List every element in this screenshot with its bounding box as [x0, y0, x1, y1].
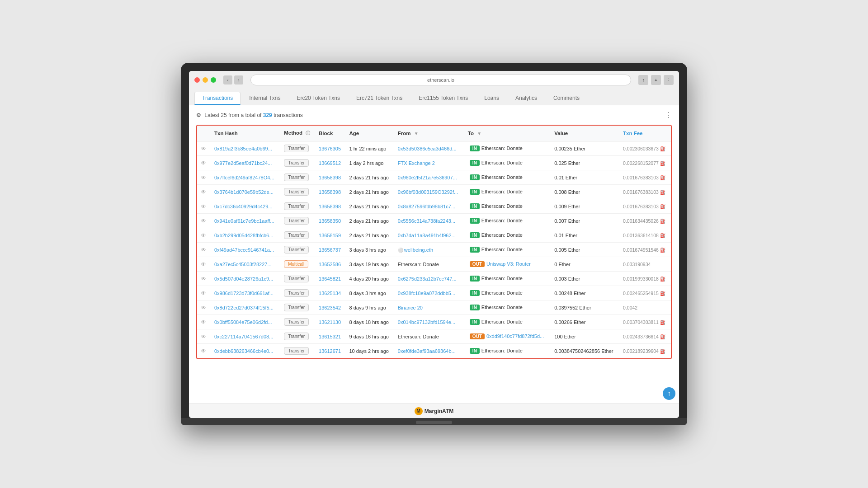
block-link[interactable]: 13658398: [319, 204, 341, 209]
block-link[interactable]: 13676305: [319, 146, 341, 151]
age-cell: 8 days 18 hrs ago: [345, 315, 394, 329]
eye-icon[interactable]: 👁: [201, 319, 206, 325]
to-link[interactable]: 0xdd9f140c77fd872fd5d...: [486, 333, 544, 339]
block-link[interactable]: 13612671: [319, 348, 341, 354]
direction-badge: IN: [470, 348, 480, 354]
from-link[interactable]: 0x938fc18e9a072ddbb5...: [398, 291, 455, 296]
filter-icon[interactable]: ⋮: [665, 111, 672, 119]
eye-icon[interactable]: 👁: [201, 160, 206, 166]
txhash-link[interactable]: 0xc227114a7041567d08...: [214, 334, 273, 339]
block-link[interactable]: 13645821: [319, 276, 341, 282]
block-link[interactable]: 13658398: [319, 189, 341, 195]
txhash-link[interactable]: 0x941e0af61c7e9bc1aaff...: [214, 218, 274, 224]
settings-icon[interactable]: ⋮: [664, 75, 674, 85]
block-link[interactable]: 13652586: [319, 262, 341, 267]
tab-comments[interactable]: Comments: [546, 92, 587, 105]
eye-icon[interactable]: 👁: [201, 232, 206, 239]
eye-icon[interactable]: 👁: [201, 203, 206, 210]
close-button[interactable]: [194, 77, 200, 83]
eye-icon[interactable]: 👁: [201, 247, 206, 253]
txhash-link[interactable]: 0x3764b1d070e59b52de...: [214, 189, 274, 195]
txhash-link[interactable]: 0x0bff55084e75e06d2fd...: [214, 319, 272, 325]
tab-erc1155[interactable]: Erc1155 Token Txns: [411, 92, 476, 105]
from-link[interactable]: 0xb7da11a8a491b4f962...: [398, 233, 456, 238]
method-info-icon[interactable]: ⓘ: [306, 130, 310, 136]
from-link[interactable]: 0x8a827596fdb98b81c7...: [398, 204, 455, 209]
block-link[interactable]: 13658398: [319, 175, 341, 180]
block-link[interactable]: 13669512: [319, 160, 341, 166]
laptop-base: [181, 418, 687, 425]
table-row: 👁0x941e0af61c7e9bc1aaff...Transfer136583…: [197, 214, 671, 228]
eye-icon[interactable]: 👁: [201, 333, 206, 340]
txhash-link[interactable]: 0x986d1723d73f0d661af...: [214, 291, 274, 296]
summary-icon: ⚙: [196, 112, 201, 118]
block-link[interactable]: 13658350: [319, 218, 341, 224]
txhash-link[interactable]: 0xc7dc36c40929d4c429...: [214, 204, 272, 209]
eye-icon[interactable]: 👁: [201, 290, 206, 296]
block-link[interactable]: 13625134: [319, 291, 341, 296]
eye-icon[interactable]: 👁: [201, 348, 206, 354]
value-cell: 0.005 Ether: [551, 243, 619, 257]
tab-analytics[interactable]: Analytics: [508, 92, 545, 105]
method-badge: Transfer: [284, 188, 309, 196]
eye-icon[interactable]: 👁: [201, 305, 206, 311]
bookmark-icon[interactable]: +: [651, 75, 661, 85]
txhash-link[interactable]: 0x977e2d5eaf0d71bc24...: [214, 160, 272, 166]
to-text: Etherscan: Donate: [481, 189, 523, 194]
eye-icon[interactable]: 👁: [201, 218, 206, 224]
block-link[interactable]: 13621130: [319, 319, 341, 325]
block-link[interactable]: 13656737: [319, 247, 341, 253]
from-link[interactable]: 0x6275d233a12b7cc747...: [398, 276, 457, 282]
back-button[interactable]: ‹: [223, 75, 232, 84]
txhash-link[interactable]: 0xa27ec5c45003f28227...: [214, 262, 272, 267]
txhash-link[interactable]: 0x7ffcef6d249af82478O4...: [214, 175, 274, 180]
forward-button[interactable]: ›: [234, 75, 243, 84]
block-link[interactable]: 13658159: [319, 233, 341, 238]
txfee-cell: 0.001999330018 ⛽: [619, 272, 671, 286]
tab-internal-txns[interactable]: Internal Txns: [241, 92, 288, 105]
from-link[interactable]: 0x960e2f5f21a7e536907...: [398, 175, 457, 180]
to-filter-icon[interactable]: ▼: [477, 131, 481, 136]
from-link[interactable]: 0xef0fde3af93aa69364b...: [398, 348, 456, 354]
eye-icon[interactable]: 👁: [201, 145, 206, 152]
txhash-link[interactable]: 0xb2b299d05d428fbfcb6...: [214, 233, 273, 238]
eye-icon[interactable]: 👁: [201, 189, 206, 195]
txhash-link[interactable]: 0xdebb638263466cb4e0...: [214, 348, 273, 354]
txhash-link[interactable]: 0x5d507d04e28726a1c9...: [214, 276, 273, 282]
from-filter-icon[interactable]: ▼: [414, 131, 419, 136]
address-bar[interactable]: etherscan.io: [250, 75, 631, 85]
minimize-button[interactable]: [203, 77, 208, 83]
laptop-screen: ‹ › etherscan.io ↑ + ⋮ Transactions Inte…: [189, 71, 679, 418]
tab-erc721[interactable]: Erc721 Token Txns: [349, 92, 410, 105]
age-cell: 1 day 2 hrs ago: [345, 156, 394, 170]
from-link[interactable]: 0x014bc97132bfd1594e...: [398, 319, 455, 325]
tab-erc20[interactable]: Erc20 Token Txns: [289, 92, 348, 105]
from-link[interactable]: wellbeing.eth: [404, 247, 433, 253]
scroll-to-top-button[interactable]: ↑: [663, 387, 675, 400]
from-link[interactable]: 0x5556c314a738fa2243...: [398, 218, 455, 224]
eye-icon[interactable]: 👁: [201, 276, 206, 282]
eye-icon[interactable]: 👁: [201, 174, 206, 181]
from-link[interactable]: FTX Exchange 2: [398, 160, 435, 166]
from-link[interactable]: Binance 20: [398, 305, 423, 310]
eye-icon[interactable]: 👁: [201, 261, 206, 267]
col-header-value: Value: [551, 126, 619, 141]
gas-icon: ⛽: [660, 175, 665, 180]
from-link[interactable]: 0x53d50386c5ca3d466d...: [398, 146, 457, 151]
txhash-link[interactable]: 0xf49ad47bccc9146741a...: [214, 247, 274, 253]
from-link[interactable]: 0x96bf03d003159O3292f...: [398, 189, 458, 195]
to-link[interactable]: Uniswap V3: Router: [486, 261, 531, 267]
tab-loans[interactable]: Loans: [476, 92, 507, 105]
txhash-link[interactable]: 0x819a2f3b85ee4a0b69...: [214, 146, 272, 151]
table-header-row: Txn Hash Method ⓘ Block Age From ▼ To ▼ …: [197, 126, 671, 141]
value-cell: 0.009 Ether: [551, 199, 619, 214]
maximize-button[interactable]: [211, 77, 216, 83]
txhash-link[interactable]: 0x8d722ed27d0374f15f5...: [214, 305, 274, 310]
method-badge: Multicall: [284, 260, 308, 268]
method-badge: Transfer: [284, 289, 309, 297]
block-link[interactable]: 13615321: [319, 334, 341, 339]
block-link[interactable]: 13623542: [319, 305, 341, 310]
tab-transactions[interactable]: Transactions: [194, 92, 241, 105]
share-icon[interactable]: ↑: [638, 75, 648, 85]
age-cell: 2 days 21 hrs ago: [345, 185, 394, 199]
